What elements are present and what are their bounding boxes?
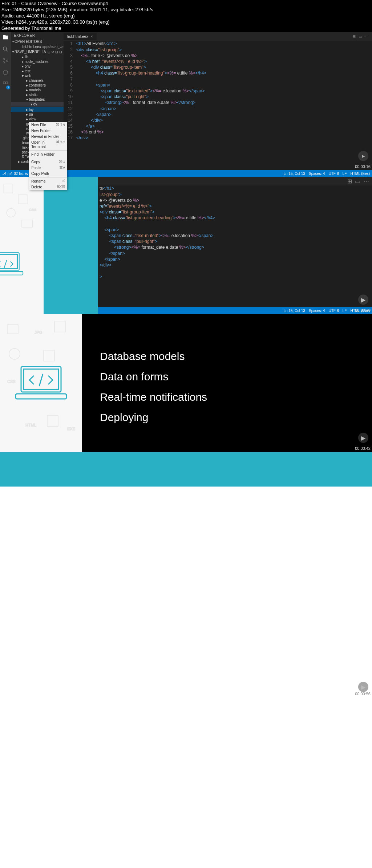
menu-item: Paste⌘V: [29, 165, 67, 171]
teal-bar: [0, 452, 372, 487]
split-icon[interactable]: ⊞: [352, 34, 356, 39]
svg-point-4: [6, 60, 8, 62]
svg-rect-18: [54, 321, 65, 332]
timestamp: 00:00:42: [355, 446, 371, 451]
svg-point-0: [3, 47, 7, 50]
svg-rect-22: [47, 416, 58, 427]
menu-item[interactable]: Delete⌘⌫: [29, 184, 67, 190]
timestamp: 00:00:56: [355, 692, 371, 696]
svg-point-10: [7, 209, 15, 217]
editor-pane-2: ⊞▭⋯ ts</h1>list-group">e <- @events do %…: [98, 177, 372, 314]
menu-item[interactable]: Rename⏎: [29, 178, 67, 184]
tree-item[interactable]: ▾ ev: [11, 102, 64, 107]
blank-panel: ▶ 00:00:56: [0, 487, 372, 697]
svg-line-1: [6, 50, 8, 52]
thumbnail-2: CSS ⊞▭⋯ ts</h1>list-group">e <- @events …: [0, 177, 372, 314]
tree-item[interactable]: ▸ lib: [11, 55, 64, 59]
tree-item[interactable]: ▸ view: [11, 117, 64, 121]
menu-item[interactable]: Reveal in Finder: [29, 133, 67, 139]
svg-point-5: [3, 70, 8, 75]
slide-item: Deploying: [100, 411, 354, 424]
slide-content: Database models Data on forms Real-time …: [82, 314, 372, 452]
menu-item[interactable]: Copy⌘C: [29, 159, 67, 165]
close-icon[interactable]: ×: [90, 34, 93, 39]
svg-rect-14: [0, 255, 17, 269]
laptop-icon: [0, 249, 25, 279]
layout-icon[interactable]: ▭: [359, 34, 362, 39]
tree-item[interactable]: ▸ node_modules: [11, 59, 64, 64]
tree-item[interactable]: ▾ web: [11, 73, 64, 78]
svg-point-3: [3, 62, 5, 64]
vscode-window-1: EXPLORER ▾OPEN EDITORS list.html.eex app…: [0, 32, 372, 170]
open-editor-file[interactable]: list.html.eex apps/rsvp_web/web/t…: [11, 44, 64, 49]
panel3-decoration: JPGCSSHTMLEXE: [0, 314, 82, 452]
tree-item[interactable]: ▸ static: [11, 92, 64, 97]
menu-item[interactable]: Open in Terminal⌘⇧C: [29, 139, 67, 149]
svg-rect-9: [18, 195, 27, 204]
activity-bar: [0, 32, 11, 170]
svg-rect-20: [44, 350, 54, 361]
timestamp: 00:00:30: [355, 308, 371, 312]
status-bar-2: Ln 15, Col 13 Spaces: 4 UTF-8 LF HTML (E…: [98, 307, 372, 314]
sidebar-title: EXPLORER: [11, 32, 64, 39]
tab-bar: list.html.eex× ⊞ ▭ ⋯: [64, 32, 372, 41]
svg-rect-8: [4, 184, 13, 193]
play-icon: ▶: [358, 682, 368, 692]
menu-item[interactable]: New Folder: [29, 128, 67, 133]
svg-rect-13: [0, 253, 19, 271]
svg-text:HTML: HTML: [25, 423, 36, 427]
file-info: File: 01 - Course Overview - Course Over…: [0, 0, 372, 32]
menu-item[interactable]: Copy Path: [29, 171, 67, 176]
tab-actions: ⊞ ▭ ⋯: [352, 34, 372, 39]
menu-item[interactable]: Find in Folder: [29, 151, 67, 157]
slide-item: Real-time notifications: [100, 391, 354, 403]
open-editors-header[interactable]: ▾OPEN EDITORS: [11, 39, 64, 44]
svg-point-19: [9, 348, 20, 359]
menu-item[interactable]: New File⌘⇧R: [29, 122, 67, 128]
code-area[interactable]: 1234567891011121314151617 <h1>All Events…: [64, 41, 372, 170]
context-menu: New File⌘⇧RNew FolderReveal in FinderOpe…: [29, 122, 67, 190]
svg-rect-16: [7, 325, 18, 334]
svg-point-2: [3, 59, 5, 60]
tree-item[interactable]: ▸ test: [11, 69, 64, 73]
explorer-icon[interactable]: [2, 34, 9, 41]
svg-text:EXE: EXE: [67, 427, 75, 431]
debug-icon[interactable]: [2, 69, 9, 76]
svg-rect-15: [0, 272, 23, 275]
tree-item[interactable]: ▾ templates: [11, 97, 64, 102]
svg-rect-11: [22, 220, 33, 228]
panel2-decoration: CSS: [0, 177, 44, 314]
tree-item[interactable]: ▸ models: [11, 88, 64, 92]
thumbnail-3: JPGCSSHTMLEXE Database models Data on fo…: [0, 314, 372, 452]
tree-item[interactable]: ▸ priv: [11, 64, 64, 69]
project-header[interactable]: ▾RSVP_UMBRELLA⊞ ⟳ ⊡ ⊟: [11, 49, 64, 55]
tab-list-html[interactable]: list.html.eex×: [64, 33, 97, 40]
code-area-2[interactable]: ts</h1>list-group">e <- @events do %>ref…: [98, 185, 372, 307]
extensions-icon[interactable]: [2, 81, 9, 88]
svg-text:CSS: CSS: [7, 379, 16, 384]
tree-item[interactable]: ▸ controllers: [11, 83, 64, 88]
svg-rect-6: [3, 82, 5, 84]
svg-rect-7: [6, 82, 8, 84]
svg-text:JPG: JPG: [35, 330, 42, 335]
more-icon[interactable]: ⋯: [365, 34, 369, 39]
git-icon[interactable]: [2, 57, 9, 64]
slide-item: Database models: [100, 350, 354, 363]
tree-item[interactable]: ▸ lay: [11, 107, 64, 112]
search-icon[interactable]: [2, 46, 9, 52]
tree-item[interactable]: ▸ channels: [11, 78, 64, 83]
editor-main: list.html.eex× ⊞ ▭ ⋯ 1234567891011121314…: [64, 32, 372, 170]
timestamp: 00:00:16: [355, 164, 371, 169]
tree-item[interactable]: ▸ pa: [11, 112, 64, 117]
svg-text:CSS: CSS: [29, 208, 37, 212]
teal-accent: [44, 177, 98, 314]
slide-item: Data on forms: [100, 371, 354, 383]
